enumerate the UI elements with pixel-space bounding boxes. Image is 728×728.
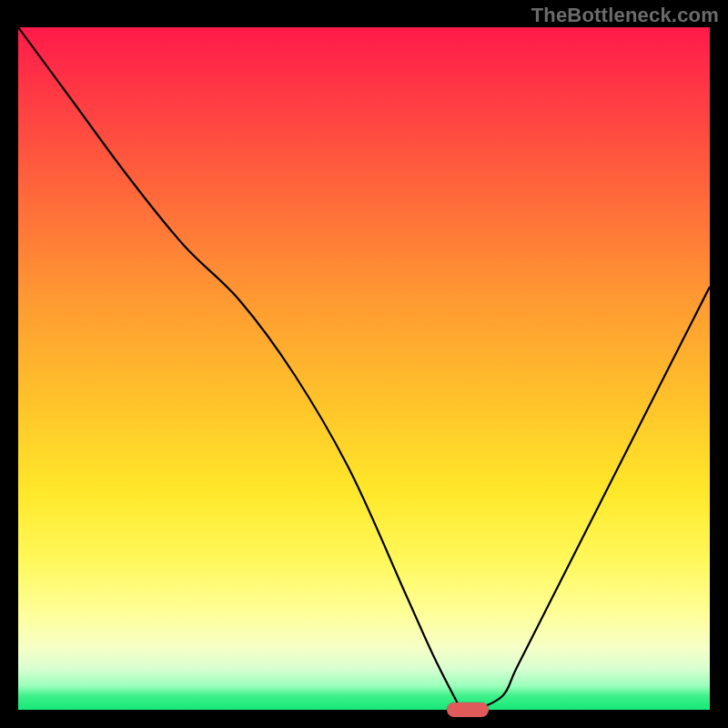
- curve-svg: [18, 27, 710, 710]
- plot-area: [18, 27, 710, 710]
- chart-frame: TheBottleneck.com: [0, 0, 728, 728]
- optimal-marker: [447, 703, 489, 717]
- bottleneck-curve: [18, 27, 710, 710]
- watermark-text: TheBottleneck.com: [531, 4, 719, 27]
